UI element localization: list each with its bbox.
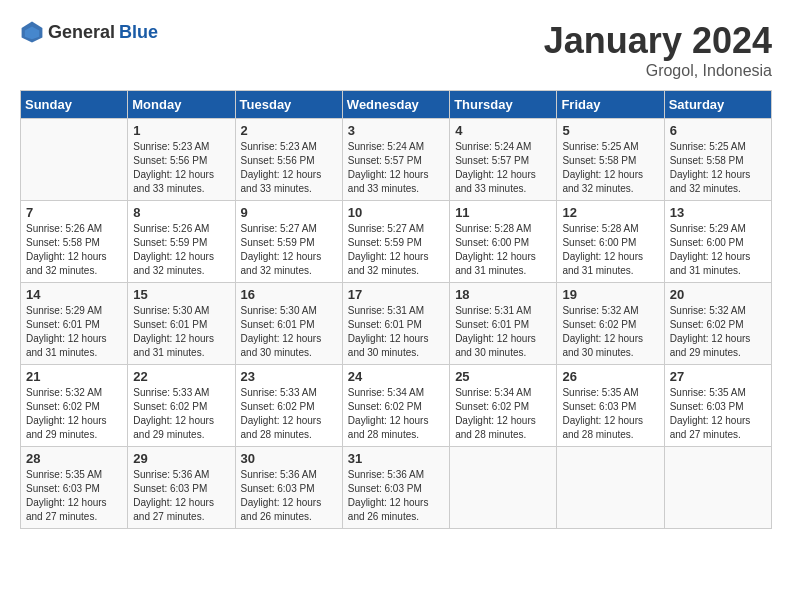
- cell-info: Sunrise: 5:25 AM Sunset: 5:58 PM Dayligh…: [670, 140, 766, 196]
- calendar-week-row: 14 Sunrise: 5:29 AM Sunset: 6:01 PM Dayl…: [21, 283, 772, 365]
- calendar-week-row: 7 Sunrise: 5:26 AM Sunset: 5:58 PM Dayli…: [21, 201, 772, 283]
- cell-info: Sunrise: 5:27 AM Sunset: 5:59 PM Dayligh…: [348, 222, 444, 278]
- day-number: 14: [26, 287, 122, 302]
- cell-info: Sunrise: 5:24 AM Sunset: 5:57 PM Dayligh…: [348, 140, 444, 196]
- day-number: 9: [241, 205, 337, 220]
- day-number: 31: [348, 451, 444, 466]
- calendar-cell: 31 Sunrise: 5:36 AM Sunset: 6:03 PM Dayl…: [342, 447, 449, 529]
- calendar-cell: 24 Sunrise: 5:34 AM Sunset: 6:02 PM Dayl…: [342, 365, 449, 447]
- day-number: 19: [562, 287, 658, 302]
- page-header: GeneralBlue January 2024 Grogol, Indones…: [20, 20, 772, 80]
- cell-info: Sunrise: 5:24 AM Sunset: 5:57 PM Dayligh…: [455, 140, 551, 196]
- title-block: January 2024 Grogol, Indonesia: [544, 20, 772, 80]
- calendar-cell: [664, 447, 771, 529]
- logo-text-blue: Blue: [119, 22, 158, 43]
- calendar-cell: 25 Sunrise: 5:34 AM Sunset: 6:02 PM Dayl…: [450, 365, 557, 447]
- day-number: 2: [241, 123, 337, 138]
- day-number: 17: [348, 287, 444, 302]
- cell-info: Sunrise: 5:23 AM Sunset: 5:56 PM Dayligh…: [133, 140, 229, 196]
- day-number: 8: [133, 205, 229, 220]
- calendar-cell: 7 Sunrise: 5:26 AM Sunset: 5:58 PM Dayli…: [21, 201, 128, 283]
- day-number: 28: [26, 451, 122, 466]
- weekday-header-wednesday: Wednesday: [342, 91, 449, 119]
- day-number: 18: [455, 287, 551, 302]
- cell-info: Sunrise: 5:29 AM Sunset: 6:01 PM Dayligh…: [26, 304, 122, 360]
- day-number: 11: [455, 205, 551, 220]
- calendar-cell: 14 Sunrise: 5:29 AM Sunset: 6:01 PM Dayl…: [21, 283, 128, 365]
- cell-info: Sunrise: 5:35 AM Sunset: 6:03 PM Dayligh…: [562, 386, 658, 442]
- cell-info: Sunrise: 5:35 AM Sunset: 6:03 PM Dayligh…: [670, 386, 766, 442]
- cell-info: Sunrise: 5:26 AM Sunset: 5:59 PM Dayligh…: [133, 222, 229, 278]
- logo-text-general: General: [48, 22, 115, 43]
- logo-icon: [20, 20, 44, 44]
- cell-info: Sunrise: 5:34 AM Sunset: 6:02 PM Dayligh…: [455, 386, 551, 442]
- day-number: 3: [348, 123, 444, 138]
- cell-info: Sunrise: 5:31 AM Sunset: 6:01 PM Dayligh…: [348, 304, 444, 360]
- cell-info: Sunrise: 5:32 AM Sunset: 6:02 PM Dayligh…: [562, 304, 658, 360]
- weekday-header-row: SundayMondayTuesdayWednesdayThursdayFrid…: [21, 91, 772, 119]
- calendar-cell: 10 Sunrise: 5:27 AM Sunset: 5:59 PM Dayl…: [342, 201, 449, 283]
- day-number: 16: [241, 287, 337, 302]
- calendar-cell: 27 Sunrise: 5:35 AM Sunset: 6:03 PM Dayl…: [664, 365, 771, 447]
- calendar-cell: 1 Sunrise: 5:23 AM Sunset: 5:56 PM Dayli…: [128, 119, 235, 201]
- day-number: 21: [26, 369, 122, 384]
- calendar-week-row: 1 Sunrise: 5:23 AM Sunset: 5:56 PM Dayli…: [21, 119, 772, 201]
- cell-info: Sunrise: 5:25 AM Sunset: 5:58 PM Dayligh…: [562, 140, 658, 196]
- calendar-cell: [450, 447, 557, 529]
- cell-info: Sunrise: 5:36 AM Sunset: 6:03 PM Dayligh…: [133, 468, 229, 524]
- cell-info: Sunrise: 5:33 AM Sunset: 6:02 PM Dayligh…: [241, 386, 337, 442]
- calendar-cell: 28 Sunrise: 5:35 AM Sunset: 6:03 PM Dayl…: [21, 447, 128, 529]
- calendar-cell: 21 Sunrise: 5:32 AM Sunset: 6:02 PM Dayl…: [21, 365, 128, 447]
- calendar-week-row: 28 Sunrise: 5:35 AM Sunset: 6:03 PM Dayl…: [21, 447, 772, 529]
- cell-info: Sunrise: 5:30 AM Sunset: 6:01 PM Dayligh…: [241, 304, 337, 360]
- calendar-cell: 19 Sunrise: 5:32 AM Sunset: 6:02 PM Dayl…: [557, 283, 664, 365]
- cell-info: Sunrise: 5:28 AM Sunset: 6:00 PM Dayligh…: [455, 222, 551, 278]
- day-number: 13: [670, 205, 766, 220]
- day-number: 5: [562, 123, 658, 138]
- day-number: 24: [348, 369, 444, 384]
- day-number: 7: [26, 205, 122, 220]
- calendar-cell: 2 Sunrise: 5:23 AM Sunset: 5:56 PM Dayli…: [235, 119, 342, 201]
- calendar-cell: 12 Sunrise: 5:28 AM Sunset: 6:00 PM Dayl…: [557, 201, 664, 283]
- calendar-cell: 3 Sunrise: 5:24 AM Sunset: 5:57 PM Dayli…: [342, 119, 449, 201]
- cell-info: Sunrise: 5:35 AM Sunset: 6:03 PM Dayligh…: [26, 468, 122, 524]
- day-number: 12: [562, 205, 658, 220]
- day-number: 29: [133, 451, 229, 466]
- calendar-cell: 13 Sunrise: 5:29 AM Sunset: 6:00 PM Dayl…: [664, 201, 771, 283]
- weekday-header-monday: Monday: [128, 91, 235, 119]
- cell-info: Sunrise: 5:28 AM Sunset: 6:00 PM Dayligh…: [562, 222, 658, 278]
- cell-info: Sunrise: 5:30 AM Sunset: 6:01 PM Dayligh…: [133, 304, 229, 360]
- cell-info: Sunrise: 5:36 AM Sunset: 6:03 PM Dayligh…: [348, 468, 444, 524]
- calendar-cell: 22 Sunrise: 5:33 AM Sunset: 6:02 PM Dayl…: [128, 365, 235, 447]
- calendar-cell: 6 Sunrise: 5:25 AM Sunset: 5:58 PM Dayli…: [664, 119, 771, 201]
- day-number: 1: [133, 123, 229, 138]
- day-number: 27: [670, 369, 766, 384]
- month-title: January 2024: [544, 20, 772, 62]
- day-number: 30: [241, 451, 337, 466]
- calendar-cell: 26 Sunrise: 5:35 AM Sunset: 6:03 PM Dayl…: [557, 365, 664, 447]
- day-number: 25: [455, 369, 551, 384]
- calendar-cell: 11 Sunrise: 5:28 AM Sunset: 6:00 PM Dayl…: [450, 201, 557, 283]
- calendar-cell: 4 Sunrise: 5:24 AM Sunset: 5:57 PM Dayli…: [450, 119, 557, 201]
- cell-info: Sunrise: 5:34 AM Sunset: 6:02 PM Dayligh…: [348, 386, 444, 442]
- location-title: Grogol, Indonesia: [544, 62, 772, 80]
- calendar-cell: 8 Sunrise: 5:26 AM Sunset: 5:59 PM Dayli…: [128, 201, 235, 283]
- cell-info: Sunrise: 5:27 AM Sunset: 5:59 PM Dayligh…: [241, 222, 337, 278]
- day-number: 23: [241, 369, 337, 384]
- weekday-header-friday: Friday: [557, 91, 664, 119]
- calendar-cell: 5 Sunrise: 5:25 AM Sunset: 5:58 PM Dayli…: [557, 119, 664, 201]
- calendar-cell: 17 Sunrise: 5:31 AM Sunset: 6:01 PM Dayl…: [342, 283, 449, 365]
- cell-info: Sunrise: 5:29 AM Sunset: 6:00 PM Dayligh…: [670, 222, 766, 278]
- calendar-cell: [557, 447, 664, 529]
- day-number: 26: [562, 369, 658, 384]
- day-number: 15: [133, 287, 229, 302]
- calendar-cell: 20 Sunrise: 5:32 AM Sunset: 6:02 PM Dayl…: [664, 283, 771, 365]
- weekday-header-tuesday: Tuesday: [235, 91, 342, 119]
- calendar-cell: 18 Sunrise: 5:31 AM Sunset: 6:01 PM Dayl…: [450, 283, 557, 365]
- cell-info: Sunrise: 5:23 AM Sunset: 5:56 PM Dayligh…: [241, 140, 337, 196]
- calendar-table: SundayMondayTuesdayWednesdayThursdayFrid…: [20, 90, 772, 529]
- logo: GeneralBlue: [20, 20, 158, 44]
- cell-info: Sunrise: 5:33 AM Sunset: 6:02 PM Dayligh…: [133, 386, 229, 442]
- cell-info: Sunrise: 5:32 AM Sunset: 6:02 PM Dayligh…: [670, 304, 766, 360]
- cell-info: Sunrise: 5:32 AM Sunset: 6:02 PM Dayligh…: [26, 386, 122, 442]
